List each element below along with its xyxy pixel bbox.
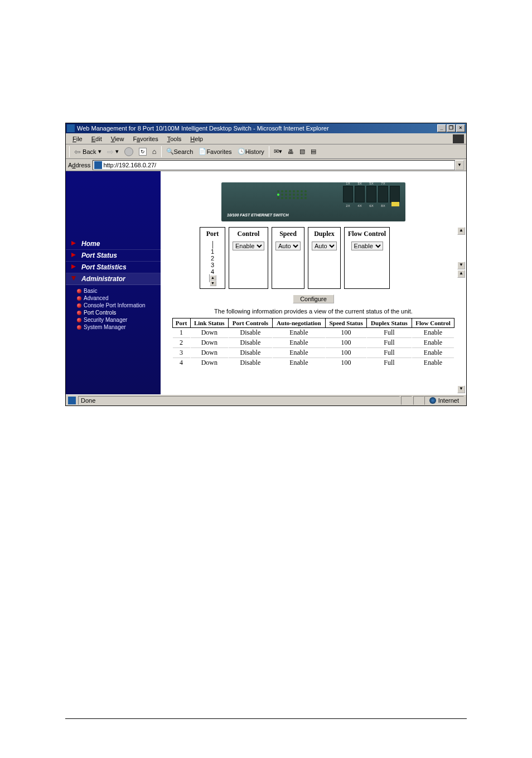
edit-button[interactable]: ▧ [297,147,307,156]
menu-help[interactable]: Help [186,134,207,143]
status-pad [401,396,412,405]
history-icon: 🕓 [238,148,245,155]
address-input[interactable]: http://192.168.0.27/ [93,160,455,170]
menubar: File Edit View Favorites Tools Help [66,133,466,144]
control-row: Port 1 2 3 4 ▲▼ Control [200,227,461,289]
globe-icon [429,397,436,404]
history-button[interactable]: 🕓History [235,147,267,156]
menu-view[interactable]: View [107,134,129,143]
arrow-right-icon [71,253,76,257]
control-group: Control Enable [229,227,268,289]
toolbar: ⇦ Back ▾ ⇨ ▾ ↻ ⌂ 🔍Search 📄Favorites 🕓His… [66,144,466,159]
page-icon [94,161,102,169]
stop-button[interactable] [122,146,136,157]
table-row: 4DownDisableEnable100FullEnable [172,358,454,368]
cell-port: 3 [172,348,190,358]
scroll-down-button[interactable]: ▼ [457,262,465,269]
window-title: Web Management for 8 Port 10/100M Intell… [77,125,437,132]
cell-controls: Disable [229,338,273,348]
close-button[interactable]: × [456,124,465,132]
address-dropdown[interactable]: ▼ [455,160,464,170]
favorites-icon: 📄 [199,148,206,155]
arrow-right-icon [71,264,76,269]
ie-icon [67,124,75,132]
nav-home[interactable]: Home [66,238,161,250]
cell-autoneg: Enable [272,338,325,348]
th-autoneg: Auto-negotiation [272,318,325,328]
mail-button[interactable]: ✉▾ [272,147,284,156]
speed-group: Speed Auto [272,227,304,289]
nav-console-port[interactable]: Console Port Information [77,302,161,309]
address-label: Address [68,162,90,168]
nav-system-manager[interactable]: System Manager [77,324,161,331]
cell-link: Down [190,338,229,348]
scroll-up-button-2[interactable]: ▲ [457,270,465,278]
cell-link: Down [190,348,229,358]
back-button[interactable]: ⇦ Back ▾ [72,146,104,157]
menu-edit[interactable]: Edit [87,134,107,143]
arrow-right-icon [71,241,76,245]
cell-flow: Enable [412,328,454,338]
cell-duplex: Full [367,348,412,358]
configure-button[interactable]: Configure [293,294,334,303]
bullet-icon [77,311,81,315]
nav-advanced[interactable]: Advanced [77,294,161,302]
port-spin-up[interactable]: ▲ [210,275,216,281]
menu-favorites[interactable]: Favorites [128,134,162,143]
th-speed: Speed Status [325,318,366,328]
duplex-select[interactable]: Auto [312,242,337,250]
switch-image: 10/100 FAST ETHERNET SWITCH 1X2X 3X4X 5X… [221,182,405,221]
nav-port-status[interactable]: Port Status [66,250,161,262]
control-select[interactable]: Enable [233,242,264,250]
main-panel: 10/100 FAST ETHERNET SWITCH 1X2X 3X4X 5X… [161,171,466,394]
home-button[interactable]: ⌂ [150,146,159,157]
flow-select[interactable]: Enable [351,242,383,250]
cell-autoneg: Enable [272,328,325,338]
bullet-icon [77,303,81,308]
restore-button[interactable]: ❐ [447,124,456,132]
favorites-button[interactable]: 📄Favorites [196,147,234,156]
nav-port-controls[interactable]: Port Controls [77,309,161,316]
refresh-button[interactable]: ↻ [137,147,149,157]
statusbar: Done Internet [66,394,466,405]
zone-label: Internet [438,397,459,404]
security-zone: Internet [424,396,464,405]
nav-basic[interactable]: Basic [77,287,161,294]
search-icon: 🔍 [166,148,174,155]
ie-logo-icon [453,134,464,143]
nav-security-manager[interactable]: Security Manager [77,316,161,324]
page-icon [68,397,76,404]
bullet-icon [77,289,81,293]
table-row: 2DownDisableEnable100FullEnable [172,338,454,348]
th-controls: Port Controls [229,318,273,328]
speed-select[interactable]: Auto [275,242,301,250]
cell-flow: Enable [412,358,454,368]
speed-header: Speed [275,230,301,238]
print-button[interactable]: 🖶 [286,147,296,156]
cell-flow: Enable [412,338,454,348]
cell-speed: 100 [325,358,366,368]
minimize-button[interactable]: _ [437,124,446,132]
bullet-icon [77,296,81,301]
search-button[interactable]: 🔍Search [164,147,196,156]
cell-flow: Enable [412,348,454,358]
discuss-button[interactable]: ▤ [308,147,318,156]
cell-controls: Disable [229,348,273,358]
cell-port: 2 [172,338,190,348]
switch-label: 10/100 FAST ETHERNET SWITCH [227,213,288,217]
flow-header: Flow Control [348,230,386,238]
bullet-icon [77,325,81,330]
titlebar: Web Management for 8 Port 10/100M Intell… [66,123,466,133]
port-group: Port 1 2 3 4 ▲▼ [200,227,225,289]
nav-port-statistics[interactable]: Port Statistics [66,262,161,273]
port-spin-down[interactable]: ▼ [210,281,216,286]
scroll-down-button-2[interactable]: ▼ [457,385,465,393]
menu-tools[interactable]: Tools [163,134,186,143]
nav-administrator[interactable]: Administrator [66,273,161,285]
bullet-icon [77,318,81,322]
duplex-header: Duplex [312,230,337,238]
forward-button[interactable]: ⇨ ▾ [105,146,121,157]
th-flow: Flow Control [412,318,454,328]
cell-speed: 100 [325,338,366,348]
menu-file[interactable]: File [68,134,87,143]
